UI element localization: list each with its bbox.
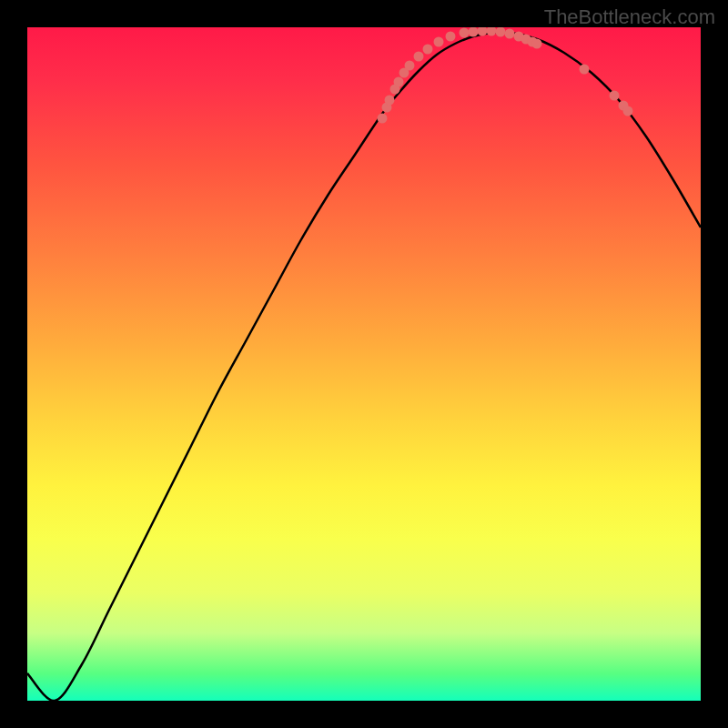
data-marker (414, 52, 424, 62)
data-marker (378, 114, 388, 124)
data-marker (505, 29, 515, 39)
data-marker (385, 96, 395, 106)
chart-root: TheBottleneck.com (0, 0, 728, 728)
data-marker (405, 61, 415, 71)
data-marker (610, 91, 620, 101)
data-marker (394, 77, 404, 87)
data-marker (580, 65, 590, 75)
data-marker (532, 39, 542, 49)
curve-layer (27, 27, 701, 701)
data-marker (434, 37, 444, 47)
plot-area (27, 27, 701, 701)
data-marker (496, 27, 506, 37)
data-marker (623, 106, 633, 116)
data-marker (469, 27, 479, 37)
data-marker (487, 27, 497, 36)
watermark-text: TheBottleneck.com (544, 5, 715, 29)
data-marker (460, 28, 470, 38)
data-marker (423, 45, 433, 55)
data-marker (446, 32, 456, 42)
bottleneck-curve (27, 32, 701, 701)
